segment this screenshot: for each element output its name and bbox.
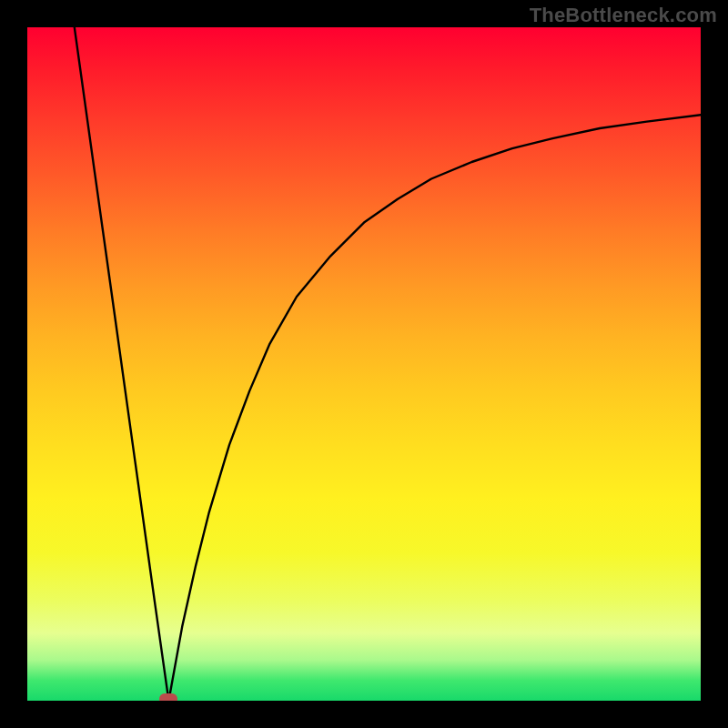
- watermark-text: TheBottleneck.com: [530, 4, 717, 27]
- chart-frame: TheBottleneck.com: [0, 0, 728, 728]
- curve-path: [75, 27, 701, 701]
- bottleneck-curve: [27, 27, 701, 701]
- plot-area: [27, 27, 701, 701]
- min-marker: [159, 693, 177, 701]
